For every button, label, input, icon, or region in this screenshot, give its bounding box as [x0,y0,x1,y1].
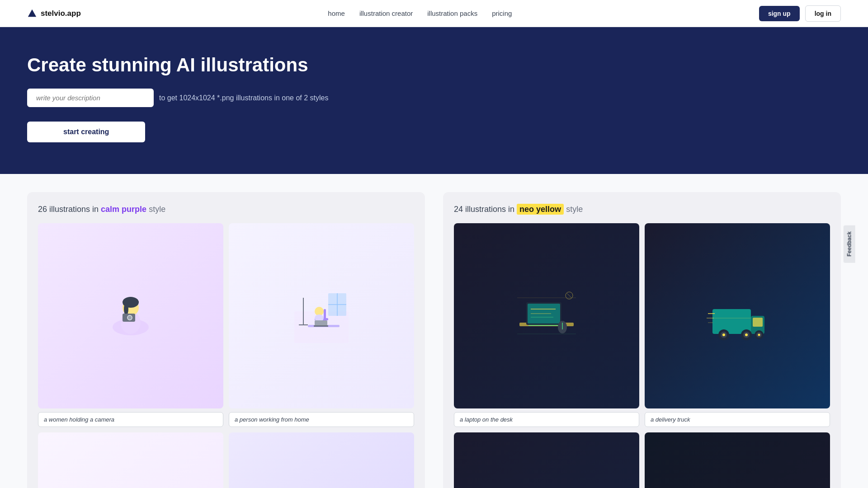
calm-purple-block: 26 illustrations in calm purple style [27,192,425,488]
calm-label-2: a person working from home [229,412,414,427]
nav-pricing[interactable]: pricing [492,9,512,17]
nav-links: home illustration creator illustration p… [328,9,512,17]
logo-text: stelvio.app [41,9,81,18]
neo-count: 24 [454,205,463,214]
nav-illustration-packs[interactable]: illustration packs [427,9,477,17]
calm-illus-1: a women holding a camera [38,223,223,427]
neo-svg-1 [515,284,578,347]
svg-point-8 [128,316,132,319]
nav-actions: sign up log in [759,5,841,22]
neo-label-1: a laptop on the desk [454,412,639,427]
logo[interactable]: stelvio.app [27,9,81,19]
calm-svg-1 [99,284,162,347]
signup-button[interactable]: sign up [759,6,800,21]
svg-marker-0 [28,9,36,17]
calm-img-2[interactable] [229,223,414,408]
hero-subtitle-row: to get 1024x1024 *.png illustrations in … [27,89,841,107]
neo-suffix: style [566,205,583,214]
calm-style-name: calm purple [101,205,146,214]
svg-point-68 [745,333,748,336]
hero-section: Create stunning AI illustrations to get … [0,27,868,174]
calm-prefix: illustrations in [49,205,101,214]
calm-illus-2: a person working from home [229,223,414,427]
neo-img-2[interactable] [645,223,830,408]
svg-line-59 [567,293,571,298]
neo-illus-1: a laptop on the desk [454,223,639,427]
gallery-grid: 26 illustrations in calm purple style [27,192,841,488]
logo-icon [27,9,37,19]
start-creating-button[interactable]: start creating [27,122,145,142]
hero-title: Create stunning AI illustrations [27,54,841,76]
svg-rect-62 [753,318,763,327]
calm-illus-4: a woman reading on sofa [229,432,414,488]
neo-illus-3: a warehouse worker [454,432,639,488]
calm-suffix: style [149,205,165,214]
neo-label-2: a delivery truck [645,412,830,427]
neo-illus-4: a data analyst at work [645,432,830,488]
svg-point-5 [124,303,128,315]
neo-img-1[interactable] [454,223,639,408]
hero-subtitle-text: to get 1024x1024 *.png illustrations in … [159,94,328,102]
svg-rect-20 [315,320,327,326]
calm-img-1[interactable] [38,223,223,408]
calm-illustrations-grid: a women holding a camera [38,223,414,488]
calm-img-3[interactable] [38,432,223,488]
svg-point-65 [722,333,725,336]
login-button[interactable]: log in [805,5,841,22]
neo-prefix: illustrations in [465,205,517,214]
neo-illustrations-grid: a laptop on the desk [454,223,830,488]
calm-label-1: a women holding a camera [38,412,223,427]
neo-svg-2 [706,284,769,347]
neo-img-4[interactable] [645,432,830,488]
nav-illustration-creator[interactable]: illustration creator [359,9,413,17]
calm-illus-3: a church building [38,432,223,488]
svg-rect-16 [324,309,326,319]
calm-count: 26 [38,205,47,214]
nav-home[interactable]: home [328,9,345,17]
neo-yellow-heading: 24 illustrations in neo yellow style [454,205,830,214]
calm-img-4[interactable] [229,432,414,488]
neo-yellow-block: 24 illustrations in neo yellow style [443,192,841,488]
svg-rect-21 [314,325,328,327]
gallery-section: 26 illustrations in calm purple style [0,174,868,488]
calm-svg-2 [290,284,353,347]
svg-point-71 [758,334,760,336]
neo-style-name: neo yellow [517,204,564,215]
neo-img-3[interactable] [454,432,639,488]
navigation: stelvio.app home illustration creator il… [0,0,868,27]
calm-purple-heading: 26 illustrations in calm purple style [38,205,414,214]
neo-illus-2: a delivery truck [645,223,830,427]
description-input[interactable] [27,89,154,107]
feedback-tab[interactable]: Feedback [843,225,855,263]
